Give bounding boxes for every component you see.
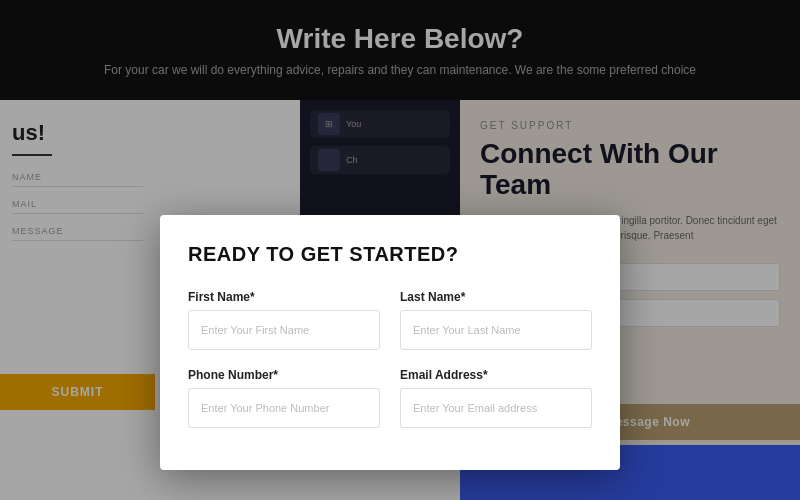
- last-name-input[interactable]: [400, 310, 592, 350]
- email-group: Email Address*: [400, 368, 592, 428]
- modal-card: Ready To Get Started? First Name* Last N…: [160, 215, 620, 470]
- email-input[interactable]: [400, 388, 592, 428]
- last-name-group: Last Name*: [400, 290, 592, 350]
- email-label: Email Address*: [400, 368, 592, 382]
- phone-group: Phone Number*: [188, 368, 380, 428]
- first-name-label: First Name*: [188, 290, 380, 304]
- last-name-label: Last Name*: [400, 290, 592, 304]
- modal-row-2: Phone Number* Email Address*: [188, 368, 592, 428]
- phone-label: Phone Number*: [188, 368, 380, 382]
- phone-input[interactable]: [188, 388, 380, 428]
- first-name-input[interactable]: [188, 310, 380, 350]
- modal-title: Ready To Get Started?: [188, 243, 592, 266]
- first-name-group: First Name*: [188, 290, 380, 350]
- modal-row-1: First Name* Last Name*: [188, 290, 592, 350]
